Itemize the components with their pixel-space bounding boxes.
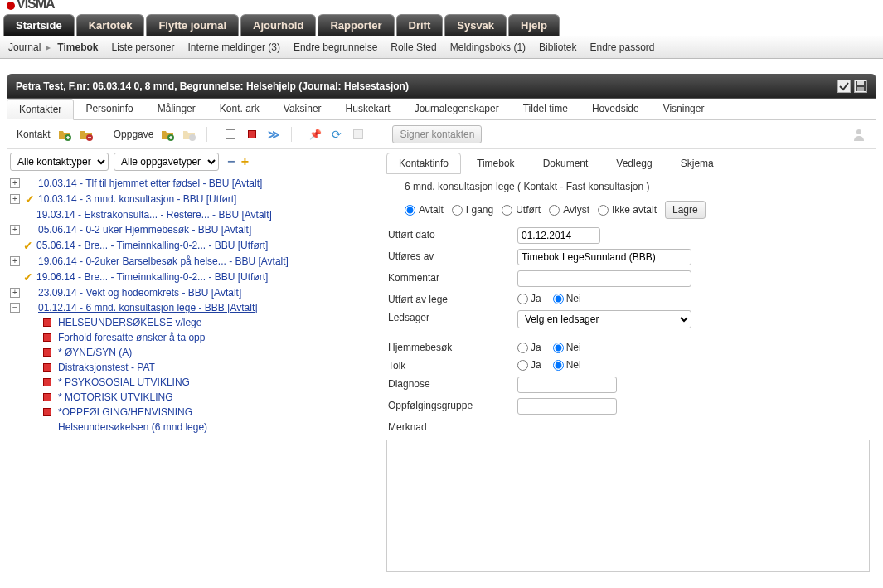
tree-row[interactable]: ✓ 19.06.14 - Bre... - Timeinnkalling-0-2… — [10, 269, 380, 285]
tree-row[interactable]: ✓ 05.06.14 - Bre... - Timeinnkalling-0-2… — [10, 237, 380, 254]
tree-row-label[interactable]: 19.06.14 - Bre... - Timeinnkalling-0-2..… — [36, 271, 268, 283]
tree-row-label[interactable]: 10.03.14 - Tlf til hjemmet etter fødsel … — [38, 177, 262, 189]
tab-ajourhold[interactable]: Ajourhold — [240, 14, 316, 36]
tree-child-label[interactable]: Helseundersøkelsen (6 mnd lege) — [58, 421, 207, 433]
status-igang[interactable]: I gang — [452, 204, 493, 216]
square-red-icon[interactable] — [245, 127, 260, 142]
subnav-interne-meldinger[interactable]: Interne meldinger (3) — [188, 41, 280, 53]
tree-child-row[interactable]: Helseundersøkelsen (6 mnd lege) — [10, 420, 380, 435]
tab-personinfo[interactable]: Personinfo — [74, 99, 145, 119]
input-kommentar[interactable] — [517, 270, 691, 287]
radio-lege-ja[interactable] — [517, 294, 528, 304]
signer-kontakten-button[interactable]: Signer kontakten — [392, 125, 482, 143]
tab-hjelp[interactable]: Hjelp — [508, 14, 560, 36]
subnav-endre-passord[interactable]: Endre passord — [589, 41, 654, 53]
tab-journalegenskaper[interactable]: Journalegenskaper — [403, 99, 512, 119]
square-outline-icon[interactable] — [223, 127, 238, 142]
tab-rapporter[interactable]: Rapporter — [318, 14, 394, 36]
tab-kartotek[interactable]: Kartotek — [76, 14, 145, 36]
tree-row[interactable]: − 01.12.14 - 6 mnd. konsultasjon lege - … — [10, 300, 380, 315]
input-utfort-dato[interactable] — [517, 227, 600, 244]
tab-vaksiner[interactable]: Vaksiner — [272, 99, 334, 119]
tab-huskekart[interactable]: Huskekart — [334, 99, 403, 119]
tab-kont-ark[interactable]: Kont. ark — [208, 99, 272, 119]
lagre-button[interactable]: Lagre — [665, 201, 706, 219]
tree-row-label[interactable]: 05.06.14 - Bre... - Timeinnkalling-0-2..… — [36, 240, 268, 251]
radio-tolk-nei[interactable] — [553, 360, 564, 371]
tab-kontakter[interactable]: Kontakter — [7, 99, 74, 120]
radio-hjemme-nei[interactable] — [553, 343, 564, 353]
rtab-dokument[interactable]: Dokument — [531, 153, 601, 174]
tree-child-row[interactable]: Distraksjonstest - PAT — [10, 360, 380, 375]
expand-all-icon[interactable]: + — [241, 154, 249, 168]
tab-drift[interactable]: Drift — [396, 14, 444, 36]
rtab-skjema[interactable]: Skjema — [668, 153, 726, 174]
tab-visninger[interactable]: Visninger — [652, 99, 717, 119]
tree-child-row[interactable]: HELSEUNDERSØKELSE v/lege — [10, 315, 380, 330]
tree-child-label[interactable]: *OPPFØLGING/HENVISNING — [58, 406, 192, 418]
tree-child-label[interactable]: * PSYKOSOSIAL UTVIKLING — [58, 377, 190, 388]
status-avtalt[interactable]: Avtalt — [405, 204, 444, 216]
tab-startside[interactable]: Startside — [3, 14, 75, 36]
status-avlyst[interactable]: Avlyst — [549, 204, 589, 216]
tree-child-label[interactable]: * MOTORISK UTVIKLING — [58, 391, 172, 403]
subnav-rolle-sted[interactable]: Rolle Sted — [391, 41, 436, 53]
collapse-icon[interactable]: − — [10, 303, 20, 313]
tree-row[interactable]: + 23.09.14 - Vekt og hodeomkrets - BBU [… — [10, 285, 380, 300]
kontakt-remove-icon[interactable] — [79, 127, 94, 142]
refresh-icon[interactable]: ⟳ — [329, 127, 344, 142]
radio-tolk-ja[interactable] — [517, 360, 528, 371]
tree-child-row[interactable]: * ØYNE/SYN (A) — [10, 345, 380, 360]
tab-flytte-journal[interactable]: Flytte journal — [146, 14, 239, 36]
tab-hovedside[interactable]: Hovedside — [580, 99, 652, 119]
contact-type-select[interactable]: Alle kontakttyper — [10, 153, 109, 171]
tree-row[interactable]: + ✓ 10.03.14 - 3 mnd. konsultasjon - BBU… — [10, 191, 380, 207]
tree-child-label[interactable]: HELSEUNDERSØKELSE v/lege — [58, 317, 201, 328]
task-type-select[interactable]: Alle oppgavetyper — [114, 153, 219, 171]
tree-child-row[interactable]: * PSYKOSOSIAL UTVIKLING — [10, 375, 380, 390]
expand-icon[interactable]: + — [10, 178, 20, 188]
tab-malinger[interactable]: Målinger — [146, 99, 208, 119]
tree-row-label[interactable]: 19.06.14 - 0-2uker Barselbesøk på helse.… — [38, 255, 289, 267]
merknad-textarea[interactable] — [386, 440, 870, 572]
subnav-bibliotek[interactable]: Bibliotek — [539, 41, 576, 53]
tree-child-label[interactable]: * ØYNE/SYN (A) — [58, 347, 132, 358]
tree-row-label[interactable]: 23.09.14 - Vekt og hodeomkrets - BBU [Av… — [38, 287, 241, 299]
input-utfores-av[interactable] — [517, 249, 691, 265]
tree-row[interactable]: 19.03.14 - Ekstrakonsulta... - Restere..… — [10, 207, 380, 222]
select-ledsager[interactable]: Velg en ledsager — [517, 310, 691, 328]
tree-row-label[interactable]: 10.03.14 - 3 mnd. konsultasjon - BBU [Ut… — [38, 193, 236, 205]
tree-child-row[interactable]: *OPPFØLGING/HENVISNING — [10, 405, 380, 420]
rtab-vedlegg[interactable]: Vedlegg — [604, 153, 664, 174]
subnav-journal[interactable]: Journal — [8, 41, 41, 53]
tree-row-label[interactable]: 01.12.14 - 6 mnd. konsultasjon lege - BB… — [38, 302, 258, 313]
expand-icon[interactable]: + — [10, 256, 20, 266]
status-utfort[interactable]: Utført — [502, 204, 541, 216]
square-grey-icon[interactable] — [351, 127, 366, 142]
tree-child-label[interactable]: Forhold foresatte ønsker å ta opp — [58, 332, 205, 343]
tree-row-label[interactable]: 05.06.14 - 0-2 uker Hjemmebesøk - BBU [A… — [38, 224, 251, 236]
collapse-all-icon[interactable]: − — [227, 154, 235, 168]
input-diagnose[interactable] — [517, 377, 617, 393]
tab-tildel-time[interactable]: Tildel time — [512, 99, 580, 119]
tree-row[interactable]: + 05.06.14 - 0-2 uker Hjemmebesøk - BBU … — [10, 222, 380, 237]
save-icon[interactable] — [854, 80, 867, 93]
subnav-liste-personer[interactable]: Liste personer — [111, 41, 174, 53]
user-icon[interactable] — [851, 127, 866, 142]
status-ikkeavtalt[interactable]: Ikke avtalt — [598, 204, 657, 216]
tree-child-row[interactable]: * MOTORISK UTVIKLING — [10, 390, 380, 405]
rtab-kontaktinfo[interactable]: Kontaktinfo — [386, 153, 461, 174]
checkbox-icon[interactable] — [837, 80, 851, 93]
fast-forward-icon[interactable]: ≫ — [266, 127, 281, 142]
tree-row[interactable]: + 19.06.14 - 0-2uker Barselbesøk på hels… — [10, 254, 380, 269]
tree-child-row[interactable]: Forhold foresatte ønsker å ta opp — [10, 330, 380, 345]
kontakt-add-icon[interactable] — [57, 127, 72, 142]
pin-icon[interactable]: 📌 — [308, 127, 323, 142]
input-oppfolging[interactable] — [517, 398, 617, 415]
tab-sysvak[interactable]: Sysvak — [444, 14, 507, 36]
tree-row[interactable]: + 10.03.14 - Tlf til hjemmet etter fødse… — [10, 176, 380, 191]
subnav-meldingsboks[interactable]: Meldingsboks (1) — [450, 41, 526, 53]
expand-icon[interactable]: + — [10, 225, 20, 235]
subnav-endre-begrunnelse[interactable]: Endre begrunnelse — [294, 41, 377, 53]
expand-icon[interactable]: + — [10, 288, 20, 298]
